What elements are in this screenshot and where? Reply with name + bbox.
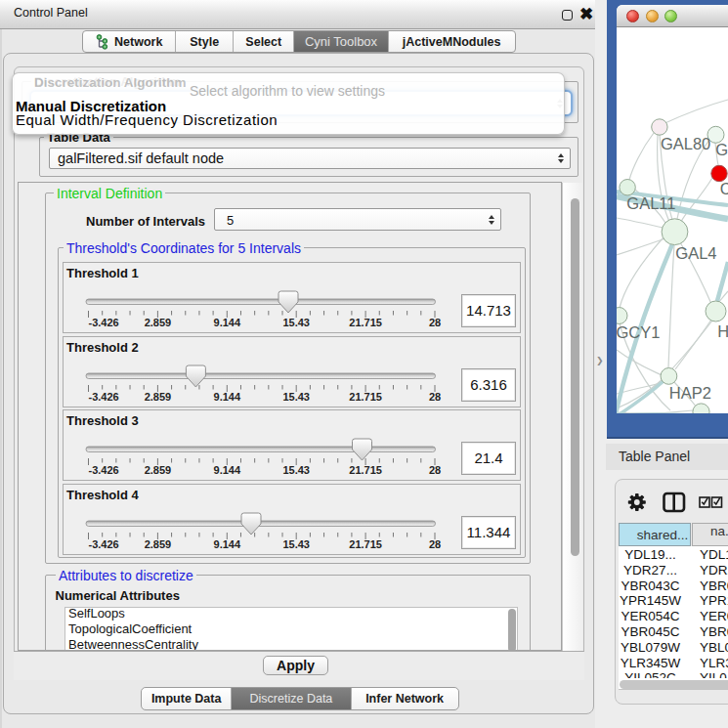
svg-text:C: C bbox=[720, 180, 728, 197]
svg-text:GAL4: GAL4 bbox=[675, 244, 716, 262]
svg-text:GCY1: GCY1 bbox=[617, 323, 660, 341]
svg-text:H: H bbox=[717, 322, 728, 340]
svg-text:HAP2: HAP2 bbox=[669, 384, 711, 402]
svg-text:GAL11: GAL11 bbox=[626, 194, 675, 212]
svg-text:GAL80: GAL80 bbox=[661, 135, 710, 152]
svg-text:GA: GA bbox=[715, 141, 728, 158]
